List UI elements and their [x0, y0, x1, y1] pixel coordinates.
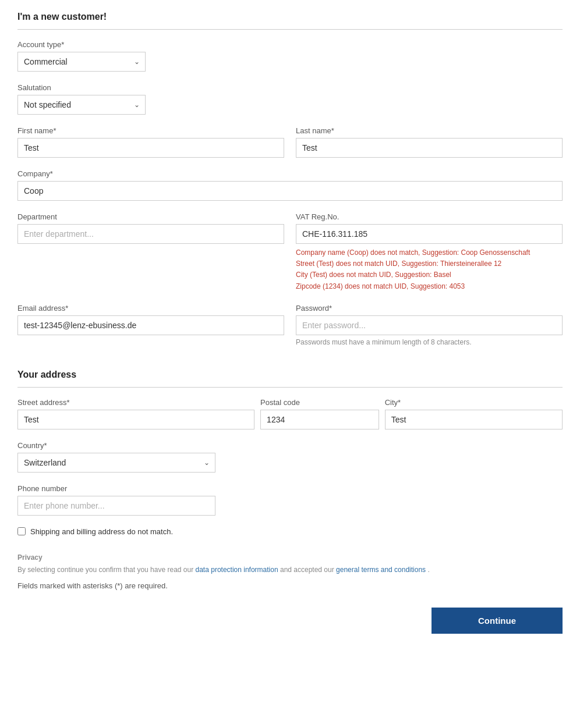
vat-error-2: Street (Test) does not match UID, Sugges…: [296, 258, 563, 269]
account-type-label: Account type*: [17, 40, 563, 49]
privacy-text: By selecting continue you confirm that y…: [17, 564, 563, 576]
password-label: Password*: [296, 304, 563, 312]
continue-button[interactable]: Continue: [432, 608, 563, 634]
password-hint: Passwords must have a minimum length of …: [296, 338, 563, 346]
city-input[interactable]: [385, 410, 563, 429]
address-section-title: Your address: [17, 370, 563, 380]
account-type-wrapper: Commercial Private ⌄: [17, 52, 146, 72]
salutation-wrapper: Not specified Mr. Ms. Dr. ⌄: [17, 95, 146, 115]
fields-required-note: Fields marked with asterisks (*) are req…: [17, 581, 563, 590]
email-label: Email address*: [17, 304, 284, 312]
country-wrapper: Switzerland Germany Austria France ⌄: [17, 453, 215, 473]
continue-bar: Continue: [17, 608, 563, 634]
postal-code-input[interactable]: [260, 410, 379, 429]
postal-code-label: Postal code: [260, 398, 379, 407]
terms-conditions-link[interactable]: general terms and conditions: [336, 566, 426, 574]
first-name-field-group: First name*: [17, 126, 284, 158]
salutation-label: Salutation: [17, 83, 563, 92]
shipping-billing-row: Shipping and billing address do not matc…: [17, 527, 563, 536]
privacy-section: Privacy By selecting continue you confir…: [17, 553, 563, 576]
country-select[interactable]: Switzerland Germany Austria France: [17, 453, 215, 473]
department-field-group: Department: [17, 212, 284, 292]
vat-input[interactable]: [296, 224, 563, 244]
privacy-text-after: .: [427, 566, 429, 574]
last-name-label: Last name*: [296, 126, 563, 135]
vat-error-3: City (Test) does not match UID, Suggesti…: [296, 269, 563, 280]
first-name-input[interactable]: [17, 138, 284, 158]
vat-error-1: Company name (Coop) does not match, Sugg…: [296, 247, 563, 258]
data-protection-link[interactable]: data protection information: [196, 566, 278, 574]
vat-error-messages: Company name (Coop) does not match, Sugg…: [296, 247, 563, 292]
password-field-group: Password* Passwords must have a minimum …: [296, 304, 563, 346]
shipping-billing-label: Shipping and billing address do not matc…: [30, 527, 173, 536]
password-input[interactable]: [296, 315, 563, 335]
account-type-select[interactable]: Commercial Private: [17, 52, 146, 72]
street-field-group: Street address*: [17, 398, 254, 429]
country-label: Country*: [17, 441, 563, 450]
email-field-group: Email address*: [17, 304, 284, 346]
vat-error-4: Zipcode (1234) does not match UID, Sugge…: [296, 281, 563, 292]
company-label: Company*: [17, 169, 563, 178]
page-title: I'm a new customer!: [17, 12, 563, 22]
street-label: Street address*: [17, 398, 254, 407]
postal-code-field-group: Postal code: [260, 398, 379, 429]
city-label: City*: [385, 398, 563, 407]
vat-label: VAT Reg.No.: [296, 212, 563, 221]
last-name-field-group: Last name*: [296, 126, 563, 158]
last-name-input[interactable]: [296, 138, 563, 158]
privacy-text-before: By selecting continue you confirm that y…: [17, 566, 196, 574]
first-name-label: First name*: [17, 126, 284, 135]
company-input[interactable]: [17, 181, 563, 201]
department-label: Department: [17, 212, 284, 221]
shipping-billing-checkbox[interactable]: [17, 527, 26, 535]
department-input[interactable]: [17, 224, 284, 244]
phone-input-wrapper: [17, 496, 215, 516]
salutation-select[interactable]: Not specified Mr. Ms. Dr.: [17, 95, 146, 115]
email-input[interactable]: [17, 315, 284, 335]
phone-input[interactable]: [17, 496, 215, 516]
privacy-title: Privacy: [17, 553, 563, 562]
street-input[interactable]: [17, 410, 254, 429]
privacy-text-between: and accepted our: [280, 566, 336, 574]
city-field-group: City*: [385, 398, 563, 429]
vat-field-group: VAT Reg.No. Company name (Coop) does not…: [296, 212, 563, 292]
phone-label: Phone number: [17, 484, 563, 493]
